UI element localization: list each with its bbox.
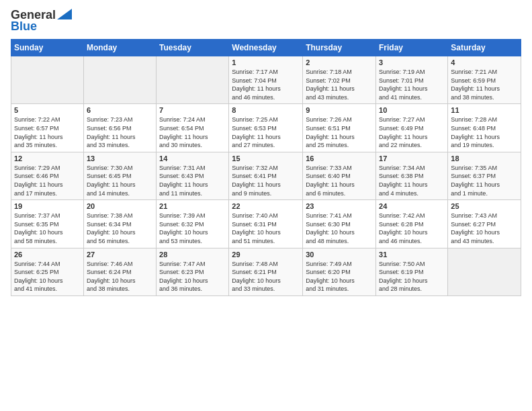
calendar-cell: 6Sunrise: 7:23 AM Sunset: 6:56 PM Daylig…: [83, 104, 156, 152]
day-info: Sunrise: 7:25 AM Sunset: 6:53 PM Dayligh…: [232, 116, 300, 149]
day-number: 16: [306, 154, 373, 163]
calendar-cell: 19Sunrise: 7:37 AM Sunset: 6:35 PM Dayli…: [11, 200, 84, 248]
day-info: Sunrise: 7:32 AM Sunset: 6:41 PM Dayligh…: [232, 164, 300, 197]
day-number: 7: [159, 106, 226, 114]
day-number: 6: [87, 106, 153, 114]
day-info: Sunrise: 7:35 AM Sunset: 6:37 PM Dayligh…: [451, 164, 518, 197]
day-info: Sunrise: 7:48 AM Sunset: 6:21 PM Dayligh…: [232, 260, 300, 293]
calendar-cell: 28Sunrise: 7:47 AM Sunset: 6:23 PM Dayli…: [157, 248, 229, 295]
calendar-cell: 10Sunrise: 7:27 AM Sunset: 6:49 PM Dayli…: [376, 104, 448, 152]
calendar-cell: 12Sunrise: 7:29 AM Sunset: 6:46 PM Dayli…: [11, 152, 84, 199]
day-number: 14: [159, 154, 226, 163]
calendar-cell: 29Sunrise: 7:48 AM Sunset: 6:21 PM Dayli…: [229, 248, 303, 295]
day-number: 9: [306, 106, 373, 114]
day-info: Sunrise: 7:22 AM Sunset: 6:57 PM Dayligh…: [14, 116, 81, 149]
day-number: 22: [232, 202, 300, 210]
calendar-week-1: 1Sunrise: 7:17 AM Sunset: 7:04 PM Daylig…: [11, 56, 521, 104]
day-number: 17: [379, 154, 445, 163]
calendar-week-3: 12Sunrise: 7:29 AM Sunset: 6:46 PM Dayli…: [11, 152, 521, 199]
day-number: 10: [379, 106, 445, 114]
calendar-cell: 14Sunrise: 7:31 AM Sunset: 6:43 PM Dayli…: [157, 152, 229, 199]
weekday-header-tuesday: Tuesday: [157, 40, 229, 56]
header: General Blue: [11, 8, 521, 34]
weekday-header-thursday: Thursday: [303, 40, 376, 56]
day-info: Sunrise: 7:18 AM Sunset: 7:02 PM Dayligh…: [306, 68, 373, 101]
day-number: 4: [451, 58, 518, 66]
day-info: Sunrise: 7:17 AM Sunset: 7:04 PM Dayligh…: [232, 68, 300, 101]
weekday-header-row: SundayMondayTuesdayWednesdayThursdayFrid…: [11, 40, 521, 56]
day-number: 30: [306, 250, 373, 259]
day-info: Sunrise: 7:27 AM Sunset: 6:49 PM Dayligh…: [379, 116, 445, 149]
calendar-cell: 11Sunrise: 7:28 AM Sunset: 6:48 PM Dayli…: [448, 104, 521, 152]
calendar-cell: [83, 56, 156, 104]
calendar-cell: 18Sunrise: 7:35 AM Sunset: 6:37 PM Dayli…: [448, 152, 521, 199]
day-info: Sunrise: 7:44 AM Sunset: 6:25 PM Dayligh…: [14, 260, 81, 293]
calendar-week-4: 19Sunrise: 7:37 AM Sunset: 6:35 PM Dayli…: [11, 200, 521, 248]
day-info: Sunrise: 7:26 AM Sunset: 6:51 PM Dayligh…: [306, 116, 373, 149]
day-info: Sunrise: 7:39 AM Sunset: 6:32 PM Dayligh…: [159, 212, 226, 245]
calendar-cell: 7Sunrise: 7:24 AM Sunset: 6:54 PM Daylig…: [157, 104, 229, 152]
day-number: 5: [14, 106, 81, 114]
day-number: 20: [87, 202, 153, 210]
calendar-cell: 16Sunrise: 7:33 AM Sunset: 6:40 PM Dayli…: [303, 152, 376, 199]
calendar-week-5: 26Sunrise: 7:44 AM Sunset: 6:25 PM Dayli…: [11, 248, 521, 295]
day-number: 15: [232, 154, 300, 163]
day-info: Sunrise: 7:28 AM Sunset: 6:48 PM Dayligh…: [451, 116, 518, 149]
day-number: 19: [14, 202, 81, 210]
calendar-cell: 2Sunrise: 7:18 AM Sunset: 7:02 PM Daylig…: [303, 56, 376, 104]
day-info: Sunrise: 7:21 AM Sunset: 6:59 PM Dayligh…: [451, 68, 518, 101]
calendar-table: SundayMondayTuesdayWednesdayThursdayFrid…: [11, 39, 521, 296]
logo-icon: [57, 9, 72, 19]
day-number: 13: [87, 154, 153, 163]
calendar-cell: 26Sunrise: 7:44 AM Sunset: 6:25 PM Dayli…: [11, 248, 84, 295]
day-info: Sunrise: 7:34 AM Sunset: 6:38 PM Dayligh…: [379, 164, 445, 197]
day-info: Sunrise: 7:43 AM Sunset: 6:27 PM Dayligh…: [451, 212, 518, 245]
day-info: Sunrise: 7:37 AM Sunset: 6:35 PM Dayligh…: [14, 212, 81, 245]
day-info: Sunrise: 7:29 AM Sunset: 6:46 PM Dayligh…: [14, 164, 81, 197]
calendar-cell: 8Sunrise: 7:25 AM Sunset: 6:53 PM Daylig…: [229, 104, 303, 152]
calendar-cell: 5Sunrise: 7:22 AM Sunset: 6:57 PM Daylig…: [11, 104, 84, 152]
calendar-cell: 25Sunrise: 7:43 AM Sunset: 6:27 PM Dayli…: [448, 200, 521, 248]
weekday-header-sunday: Sunday: [11, 40, 84, 56]
day-number: 12: [14, 154, 81, 163]
day-info: Sunrise: 7:38 AM Sunset: 6:34 PM Dayligh…: [87, 212, 153, 245]
day-number: 31: [379, 250, 445, 259]
calendar-cell: 4Sunrise: 7:21 AM Sunset: 6:59 PM Daylig…: [448, 56, 521, 104]
calendar-cell: [11, 56, 84, 104]
day-info: Sunrise: 7:41 AM Sunset: 6:30 PM Dayligh…: [306, 212, 373, 245]
day-number: 23: [306, 202, 373, 210]
day-info: Sunrise: 7:40 AM Sunset: 6:31 PM Dayligh…: [232, 212, 300, 245]
day-info: Sunrise: 7:19 AM Sunset: 7:01 PM Dayligh…: [379, 68, 445, 101]
day-info: Sunrise: 7:30 AM Sunset: 6:45 PM Dayligh…: [87, 164, 153, 197]
day-number: 1: [232, 58, 300, 66]
calendar-cell: 15Sunrise: 7:32 AM Sunset: 6:41 PM Dayli…: [229, 152, 303, 199]
day-number: 18: [451, 154, 518, 163]
calendar-week-2: 5Sunrise: 7:22 AM Sunset: 6:57 PM Daylig…: [11, 104, 521, 152]
day-info: Sunrise: 7:31 AM Sunset: 6:43 PM Dayligh…: [159, 164, 226, 197]
day-info: Sunrise: 7:23 AM Sunset: 6:56 PM Dayligh…: [87, 116, 153, 149]
day-info: Sunrise: 7:33 AM Sunset: 6:40 PM Dayligh…: [306, 164, 373, 197]
calendar-cell: 21Sunrise: 7:39 AM Sunset: 6:32 PM Dayli…: [157, 200, 229, 248]
calendar-cell: 17Sunrise: 7:34 AM Sunset: 6:38 PM Dayli…: [376, 152, 448, 199]
weekday-header-friday: Friday: [376, 40, 448, 56]
day-info: Sunrise: 7:46 AM Sunset: 6:24 PM Dayligh…: [87, 260, 153, 293]
day-info: Sunrise: 7:49 AM Sunset: 6:20 PM Dayligh…: [306, 260, 373, 293]
svg-marker-0: [57, 9, 72, 19]
day-info: Sunrise: 7:47 AM Sunset: 6:23 PM Dayligh…: [159, 260, 226, 293]
calendar-cell: 13Sunrise: 7:30 AM Sunset: 6:45 PM Dayli…: [83, 152, 156, 199]
calendar-cell: [448, 248, 521, 295]
weekday-header-saturday: Saturday: [448, 40, 521, 56]
page: General Blue SundayMondayTuesdayWednesda…: [0, 0, 532, 303]
calendar-cell: 23Sunrise: 7:41 AM Sunset: 6:30 PM Dayli…: [303, 200, 376, 248]
day-number: 3: [379, 58, 445, 66]
calendar-cell: 9Sunrise: 7:26 AM Sunset: 6:51 PM Daylig…: [303, 104, 376, 152]
day-info: Sunrise: 7:50 AM Sunset: 6:19 PM Dayligh…: [379, 260, 445, 293]
logo-blue: Blue: [11, 19, 37, 34]
weekday-header-monday: Monday: [83, 40, 156, 56]
day-info: Sunrise: 7:24 AM Sunset: 6:54 PM Dayligh…: [159, 116, 226, 149]
day-info: Sunrise: 7:42 AM Sunset: 6:28 PM Dayligh…: [379, 212, 445, 245]
day-number: 27: [87, 250, 153, 259]
day-number: 28: [159, 250, 226, 259]
calendar-cell: 22Sunrise: 7:40 AM Sunset: 6:31 PM Dayli…: [229, 200, 303, 248]
day-number: 25: [451, 202, 518, 210]
